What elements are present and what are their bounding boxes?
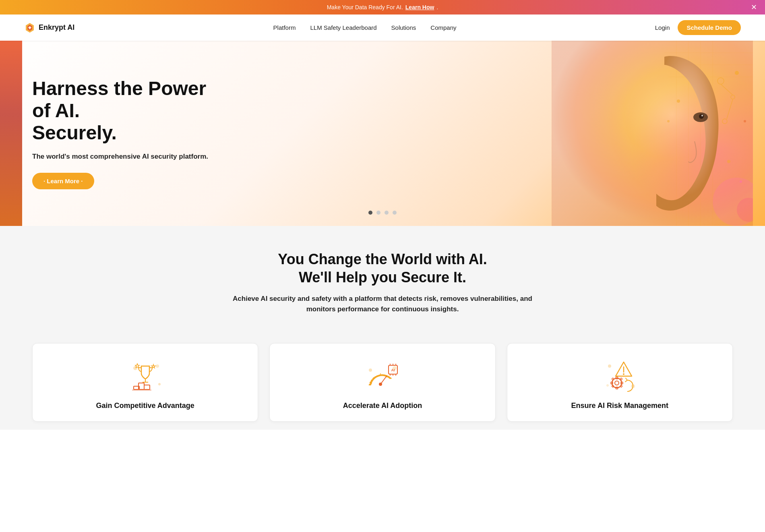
- svg-point-49: [379, 383, 382, 386]
- top-banner: Make Your Data Ready For AI. Learn How .…: [0, 0, 765, 14]
- svg-point-38: [369, 368, 372, 372]
- logo[interactable]: Enkrypt AI: [24, 22, 74, 33]
- logo-text: Enkrypt AI: [39, 23, 74, 32]
- schedule-demo-button[interactable]: Schedule Demo: [678, 20, 741, 35]
- card-accelerate-ai: AI Accelerate AI Adoption: [269, 343, 495, 422]
- svg-point-13: [701, 115, 703, 116]
- carousel-dot-1[interactable]: [368, 211, 372, 215]
- hero-face-svg: [552, 41, 753, 226]
- hero-content: Harness the Power of AI. Securely. The w…: [0, 77, 242, 189]
- svg-point-20: [667, 120, 670, 122]
- risk-gear-icon: [602, 358, 638, 394]
- carousel-dots: [368, 211, 397, 215]
- svg-point-54: [608, 364, 611, 368]
- nav-company[interactable]: Company: [430, 24, 456, 31]
- hero-cta-button[interactable]: · Learn More ·: [32, 173, 94, 189]
- carousel-dot-2[interactable]: [376, 211, 380, 215]
- svg-marker-36: [135, 364, 139, 368]
- navbar: Enkrypt AI Platform LLM Safety Leaderboa…: [0, 14, 765, 41]
- svg-point-28: [156, 364, 159, 368]
- hero-title: Harness the Power of AI. Securely.: [32, 77, 217, 144]
- tagline-body: Achieve AI security and safety with a pl…: [217, 294, 548, 315]
- svg-point-29: [158, 383, 161, 385]
- svg-point-60: [615, 381, 619, 385]
- cards-section: Gain Competitive Advantage AI: [0, 331, 765, 430]
- nav-links: Platform LLM Safety Leaderboard Solution…: [273, 24, 457, 31]
- svg-point-22: [744, 120, 746, 122]
- svg-rect-32: [144, 385, 150, 389]
- tagline-section: You Change the World with AI. We'll Help…: [0, 226, 765, 331]
- svg-point-56: [606, 384, 609, 387]
- nav-right: Login Schedule Demo: [655, 20, 741, 35]
- card-3-title: Ensure AI Risk Management: [571, 402, 668, 410]
- svg-point-12: [699, 114, 704, 119]
- svg-point-19: [677, 99, 680, 103]
- banner-close-button[interactable]: ✕: [751, 4, 757, 11]
- tagline-line1: You Change the World with AI.: [278, 251, 487, 267]
- trophy-icon: [127, 358, 163, 394]
- nav-solutions[interactable]: Solutions: [391, 24, 416, 31]
- hero-title-line2: Securely.: [32, 122, 117, 143]
- hero-section: Harness the Power of AI. Securely. The w…: [0, 41, 765, 226]
- card-2-title: Accelerate AI Adoption: [343, 402, 422, 410]
- svg-rect-33: [132, 389, 151, 391]
- logo-icon: [24, 22, 35, 33]
- banner-text: Make Your Data Ready For AI.: [327, 4, 403, 10]
- login-link[interactable]: Login: [655, 24, 670, 31]
- card-competitive-advantage: Gain Competitive Advantage: [32, 343, 258, 422]
- nav-platform[interactable]: Platform: [273, 24, 296, 31]
- nav-llm-leaderboard[interactable]: LLM Safety Leaderboard: [310, 24, 376, 31]
- banner-link[interactable]: Learn How: [405, 4, 434, 10]
- hero-image: [344, 41, 765, 226]
- speedometer-ai-icon: AI: [364, 358, 401, 394]
- tagline-heading: You Change the World with AI. We'll Help…: [16, 250, 749, 286]
- carousel-dot-3[interactable]: [385, 211, 389, 215]
- tagline-line2: We'll Help you Secure It.: [299, 269, 466, 286]
- svg-text:AI: AI: [391, 368, 395, 372]
- carousel-dot-4[interactable]: [393, 211, 397, 215]
- hero-title-line1: Harness the Power of AI.: [32, 78, 206, 121]
- svg-point-21: [735, 71, 739, 75]
- svg-point-23: [727, 160, 730, 163]
- card-1-title: Gain Competitive Advantage: [96, 402, 194, 410]
- card-risk-management: Ensure AI Risk Management: [507, 343, 733, 422]
- svg-point-58: [623, 373, 624, 375]
- svg-point-27: [133, 366, 137, 370]
- hero-subtitle: The world's most comprehensive AI securi…: [32, 151, 217, 162]
